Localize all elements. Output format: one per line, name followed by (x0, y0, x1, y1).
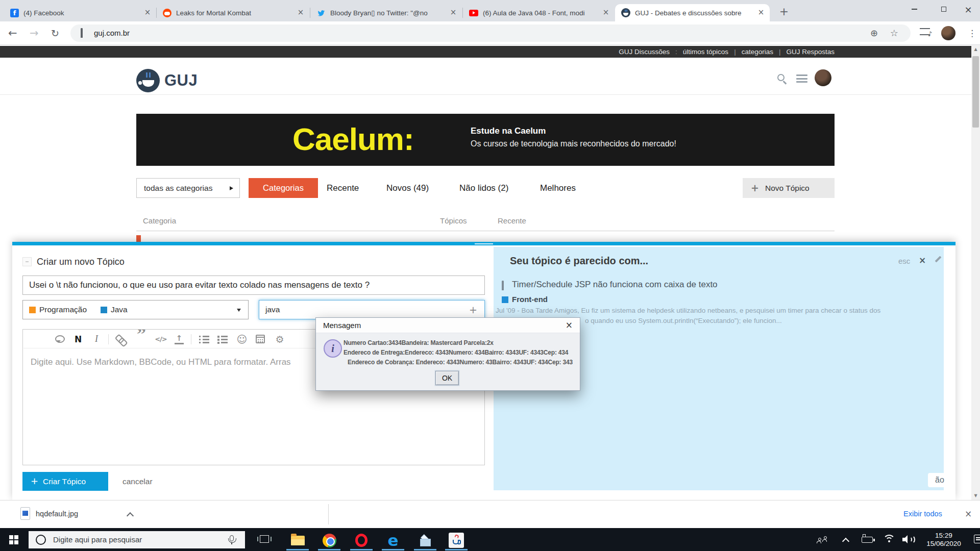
close-icon[interactable]: × (143, 8, 152, 17)
close-icon[interactable]: × (756, 8, 766, 17)
profile-avatar[interactable] (941, 26, 955, 40)
scroll-down-icon[interactable]: ▼ (971, 493, 980, 498)
taskbar-search[interactable]: Digite aqui para pesquisar (29, 531, 245, 548)
tab-reddit[interactable]: Leaks for Mortal Kombat × (157, 4, 309, 21)
editor-placeholder[interactable]: Digite aqui. Use Markdown, BBCode, ou HT… (31, 357, 291, 367)
microphone-icon[interactable] (230, 535, 234, 541)
browser-toolbar: ← → ↻ guj.com.br ⊕ ☆ ♪ ⋮ (0, 21, 980, 45)
create-topic-button[interactable]: + Criar Tópico (22, 472, 108, 491)
tab-facebook[interactable]: f (4) Facebook × (4, 4, 156, 21)
hamburger-menu-icon[interactable] (796, 74, 807, 83)
new-topic-button[interactable]: + Novo Tópico (743, 178, 835, 198)
show-all-downloads-button[interactable]: Exibir todos (903, 500, 942, 528)
page-scrollbar[interactable]: ▲ ▼ (971, 45, 980, 500)
maximize-button[interactable] (932, 0, 955, 18)
scroll-up-icon[interactable]: ▲ (971, 47, 980, 52)
topbar-link-ultimos-topicos[interactable]: últimos tópicos (683, 48, 728, 56)
bookmark-star-icon[interactable]: ☆ (890, 28, 898, 38)
calendar-icon[interactable] (254, 330, 267, 348)
action-center-icon[interactable] (974, 535, 980, 543)
cancel-link[interactable]: cancelar (122, 472, 153, 491)
chrome-icon[interactable] (322, 533, 337, 548)
facebook-icon: f (10, 9, 19, 17)
bold-icon[interactable]: N (73, 330, 83, 348)
tag-input[interactable]: java + (259, 300, 485, 319)
caelum-banner[interactable]: Caelum: Estude na Caelum Os cursos de te… (136, 114, 835, 166)
back-icon[interactable]: ← (8, 21, 17, 45)
topic-title-input[interactable]: Usei o \t não funcionou, o que eu uso pa… (22, 276, 485, 295)
people-icon[interactable] (817, 536, 829, 543)
window-close-button[interactable]: × (957, 0, 980, 18)
nav-tab-melhores[interactable]: Melhores (540, 178, 576, 198)
add-tag-icon[interactable]: + (469, 300, 477, 319)
url-text[interactable]: guj.com.br (94, 24, 130, 42)
java-app-icon[interactable] (449, 533, 464, 548)
lock-icon[interactable] (81, 29, 87, 37)
link-icon[interactable] (115, 330, 128, 348)
upload-icon[interactable]: ↑ (173, 330, 185, 348)
user-avatar[interactable] (815, 69, 831, 86)
tab-youtube[interactable]: (6) Aula de Java 048 - Font, modi × (463, 4, 615, 21)
close-icon[interactable]: × (449, 8, 458, 17)
code-icon[interactable]: </> (154, 330, 168, 348)
ok-button[interactable]: OK (435, 371, 459, 385)
tab-guj-active[interactable]: GUJ - Debates e discussões sobre × (615, 4, 770, 21)
column-topicos: Tópicos (440, 216, 467, 225)
topbar-link-categorias[interactable]: categorias (742, 48, 773, 56)
nav-tab-nao-lidos[interactable]: Não lidos (2) (459, 178, 508, 198)
bullet-list-icon[interactable] (198, 330, 211, 348)
guj-logo-icon[interactable] (136, 69, 160, 92)
nav-tab-categorias[interactable]: Categorias (249, 178, 318, 198)
emoji-icon[interactable]: ☺ (235, 330, 249, 348)
close-icon[interactable]: × (566, 318, 573, 333)
chat-bubble-icon[interactable] (54, 330, 66, 348)
screen: f (4) Facebook × Leaks for Mortal Kombat… (0, 0, 980, 551)
reload-icon[interactable]: ↻ (51, 21, 59, 45)
column-categoria: Categoria (143, 216, 176, 225)
category-label-programacao: Programação (39, 300, 87, 319)
minimize-button[interactable] (902, 0, 926, 18)
close-icon[interactable]: × (919, 255, 926, 265)
scrollbar-thumb[interactable] (972, 56, 979, 128)
nav-tab-recente[interactable]: Recente (327, 178, 359, 198)
guj-logo-text[interactable]: GUJ (164, 69, 198, 92)
media-playlist-icon[interactable]: ♪ (920, 28, 930, 35)
address-bar[interactable]: guj.com.br ⊕ ☆ (70, 24, 911, 42)
topbar-brand[interactable]: GUJ Discussões (619, 48, 670, 56)
download-filename[interactable]: hqdefault.jpg (36, 500, 78, 528)
close-icon[interactable]: × (296, 8, 305, 17)
composer-collapse-icon[interactable] (22, 257, 32, 266)
dialog-titlebar[interactable]: Mensagem × (316, 318, 580, 333)
numbered-list-icon[interactable] (216, 330, 229, 348)
composer-drag-handle[interactable] (475, 243, 493, 244)
similar-topic-link[interactable]: Timer/Schedule JSP não funciona com caix… (512, 280, 718, 290)
wifi-icon[interactable] (883, 535, 895, 544)
frontend-category-label[interactable]: Front-end (512, 295, 548, 304)
search-icon[interactable] (777, 74, 785, 81)
zoom-icon[interactable]: ⊕ (870, 28, 878, 38)
file-explorer-icon[interactable] (290, 533, 305, 548)
category-select[interactable]: Programação Java (22, 300, 249, 319)
close-icon[interactable]: × (965, 500, 972, 528)
blockquote-icon[interactable]: ” (135, 330, 148, 339)
edge-icon[interactable]: e (385, 533, 401, 548)
close-icon[interactable]: × (601, 8, 610, 17)
speaker-icon[interactable] (902, 535, 915, 544)
java-message-dialog[interactable]: Mensagem × i Numero Cartao:3434Bandeira:… (315, 317, 580, 391)
taskbar-clock[interactable]: 15:29 15/06/2020 (915, 532, 972, 548)
app-cube-icon[interactable] (418, 533, 433, 548)
battery-icon[interactable] (862, 537, 873, 543)
category-filter-dropdown[interactable]: todas as categorias (136, 178, 240, 198)
opera-icon[interactable] (354, 533, 369, 548)
topbar-link-guj-respostas[interactable]: GUJ Respostas (786, 48, 835, 56)
gear-icon[interactable]: ⚙ (273, 330, 286, 348)
nav-tab-novos[interactable]: Novos (49) (386, 178, 429, 198)
new-tab-button[interactable]: + (777, 5, 791, 19)
browser-menu-icon[interactable]: ⋮ (968, 28, 976, 38)
task-view-icon[interactable] (260, 535, 269, 543)
start-button[interactable] (9, 535, 13, 539)
italic-icon[interactable]: I (91, 330, 102, 348)
running-indicator (414, 549, 436, 550)
forward-icon: → (30, 21, 39, 45)
tab-twitter[interactable]: Bloody Bryan▯ no Twitter: "@no × (310, 4, 462, 21)
